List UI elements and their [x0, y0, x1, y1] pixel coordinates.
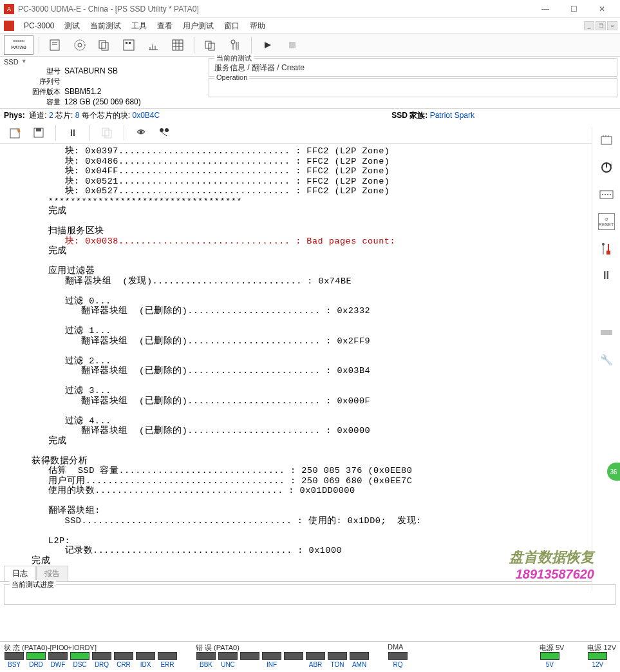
capacity-label: 容量: [27, 97, 61, 107]
ssd-family-value[interactable]: Patriot Spark: [430, 111, 474, 120]
title-bar: A PC-3000 UDMA-E - China - [PS SSD Utili…: [0, 0, 620, 18]
watermark: 盘首数据恢复 18913587620: [509, 548, 594, 582]
tool-icon-5[interactable]: [142, 35, 164, 55]
led-abr: ABR: [305, 652, 326, 668]
tool-icon-6[interactable]: [167, 35, 189, 55]
menu-current-test[interactable]: 当前测试: [86, 19, 126, 34]
status-pwr12-group: 电源 12V 12V: [587, 643, 616, 671]
open-log-icon[interactable]: [6, 124, 24, 141]
mdi-minimize[interactable]: _: [584, 21, 594, 30]
progress-legend: 当前测试进度: [10, 580, 56, 590]
log-output[interactable]: 块: 0x0397...............................…: [0, 144, 620, 566]
svg-point-44: [605, 194, 606, 195]
svg-rect-5: [99, 41, 106, 48]
svg-rect-51: [601, 330, 612, 335]
play-button[interactable]: [257, 35, 279, 55]
menu-view[interactable]: 查看: [153, 19, 177, 34]
svg-rect-0: [50, 40, 59, 50]
svg-marker-25: [265, 42, 271, 48]
channels-label: 通道:: [29, 110, 46, 121]
led-bbk: BBK: [196, 652, 216, 668]
firmware-label: 固件版本: [27, 87, 61, 97]
led-amn: AMN: [349, 652, 370, 668]
mdi-restore[interactable]: ❐: [596, 21, 606, 30]
power-icon[interactable]: »: [597, 159, 616, 176]
error-header: 错 误 (PATA0): [196, 643, 370, 652]
board-icon[interactable]: [597, 186, 616, 203]
status-pwr5-group: 电源 5V 5V: [540, 643, 565, 671]
led-inf: INF: [261, 652, 282, 668]
find-next-icon[interactable]: [155, 124, 173, 141]
pata-label: PATA0: [5, 44, 33, 50]
status-error-group: 错 误 (PATA0) BBKUNCINFABRTONAMN: [196, 643, 370, 671]
menu-tools[interactable]: 工具: [127, 19, 151, 34]
model-value: SATABURN SB: [64, 66, 118, 75]
menu-pc3000[interactable]: PC-3000: [19, 19, 59, 32]
tool-icon-3[interactable]: [93, 35, 115, 55]
maximize-button[interactable]: ☐: [559, 1, 588, 17]
info-panel: SSD▼ 型号SATABURN SB 序列号 固件版本SBBM51.2 容量12…: [0, 57, 620, 109]
chips-label: 芯片:: [55, 110, 73, 121]
pause-side-icon[interactable]: II: [597, 267, 616, 284]
dma-header: DMA: [388, 643, 408, 652]
green-badge[interactable]: 36: [607, 463, 620, 481]
svg-rect-7: [124, 40, 134, 50]
menu-test[interactable]: 测试: [60, 19, 84, 34]
led-crr: CRR: [113, 652, 134, 668]
tab-log[interactable]: 日志: [4, 566, 36, 581]
stop-button[interactable]: [281, 35, 303, 55]
led-: [240, 652, 260, 668]
svg-point-32: [160, 128, 164, 132]
pata-button[interactable]: ┉┉┉ PATA0: [4, 35, 33, 55]
tool-icon-7[interactable]: [200, 35, 221, 55]
svg-point-43: [602, 194, 603, 195]
pwr5-label: 5V: [546, 661, 554, 668]
reset-button[interactable]: ↺RESET: [598, 213, 615, 230]
pwr12-led: [588, 652, 607, 660]
ssd-family-label: SSD 家族:: [391, 110, 427, 121]
connector-icon[interactable]: [597, 324, 616, 341]
operation-fieldset: Operation: [209, 78, 617, 97]
pwr12-label: 12V: [592, 661, 603, 668]
separator: [89, 125, 90, 140]
find-icon[interactable]: 👁‍: [132, 124, 150, 141]
led-: [283, 652, 304, 668]
status-bar: 状 态 (PATA0)-[PIO0+IORDY] BSYDRDDWFDSCDRQ…: [0, 641, 620, 672]
svg-rect-30: [102, 128, 109, 136]
svg-text:»: »: [610, 162, 612, 167]
led-unc: UNC: [218, 652, 238, 668]
dropdown-icon[interactable]: ▼: [21, 58, 27, 66]
led-bsy: BSY: [4, 652, 24, 668]
led-dsc: DSC: [70, 652, 90, 668]
separator: [194, 37, 194, 53]
window-controls: — ☐ ✕: [531, 1, 616, 17]
jumper-icon[interactable]: [597, 240, 616, 257]
tools-icon[interactable]: 🔧: [597, 351, 616, 368]
save-log-icon[interactable]: [30, 124, 48, 141]
state-header: 状 态 (PATA0)-[PIO0+IORDY]: [4, 643, 178, 652]
mdi-close[interactable]: ×: [607, 21, 617, 30]
tool-icon-4[interactable]: [118, 35, 140, 55]
svg-rect-8: [126, 42, 127, 44]
pause-icon[interactable]: II: [64, 124, 82, 141]
watermark-phone: 18913587620: [509, 567, 594, 582]
watermark-text: 盘首数据恢复: [509, 548, 594, 567]
tab-report[interactable]: 报告: [36, 566, 68, 581]
led-drd: DRD: [26, 652, 46, 668]
tool-icon-8[interactable]: [224, 35, 246, 55]
menu-window[interactable]: 窗口: [220, 19, 244, 34]
minimize-button[interactable]: —: [531, 1, 559, 17]
menu-user-test[interactable]: 用户测试: [178, 19, 218, 34]
separator: [55, 125, 56, 140]
close-button[interactable]: ✕: [588, 1, 616, 17]
led-drq: DRQ: [91, 652, 112, 668]
blocks-label: 每个芯片的块:: [82, 110, 130, 121]
app-icon-small: [4, 21, 14, 31]
copy-icon[interactable]: [98, 124, 116, 141]
status-state-group: 状 态 (PATA0)-[PIO0+IORDY] BSYDRDDWFDSCDRQ…: [4, 643, 178, 671]
tool-icon-1[interactable]: [44, 35, 66, 55]
menu-help[interactable]: 帮助: [245, 19, 270, 34]
tool-icon-2[interactable]: [69, 35, 91, 55]
chip-icon[interactable]: [597, 132, 616, 149]
led-idx: IDX: [135, 652, 156, 668]
